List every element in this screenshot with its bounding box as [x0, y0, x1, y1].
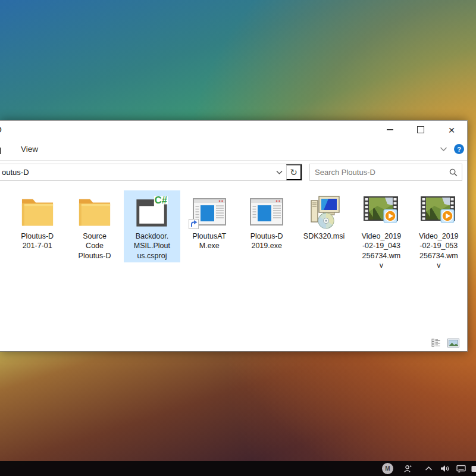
user-avatar[interactable]: M [382, 463, 393, 474]
address-dropdown-chevron-down-icon[interactable] [272, 164, 286, 180]
csharp-project-icon: C# [133, 194, 170, 228]
file-label: SDK320.msi [303, 231, 345, 241]
ribbon-collapse-chevron-down-icon[interactable] [440, 146, 447, 152]
folder-icon [76, 195, 113, 228]
minimize-button[interactable] [374, 121, 405, 139]
folder-icon [19, 195, 56, 228]
file-tile[interactable]: C# [181, 190, 237, 253]
file-tile[interactable]: C# [124, 190, 180, 262]
clipped-tray-icon[interactable] [471, 465, 476, 472]
file-label: Backdoor. MSIL.Plout us.csproj [134, 231, 170, 261]
address-input[interactable] [0, 168, 272, 177]
magnifier-icon[interactable] [445, 168, 462, 177]
search-input[interactable] [310, 167, 445, 177]
thumbnails-view-icon [447, 339, 459, 347]
status-bar [0, 334, 467, 351]
taskbar[interactable]: M [0, 461, 476, 476]
refresh-button[interactable]: ↻ [286, 164, 302, 180]
explorer-window: D × View ? ↻ [0, 120, 468, 352]
file-label: Video_2019 -02-19_043 256734.wm v [362, 231, 402, 270]
file-tile[interactable]: C# [239, 190, 295, 253]
file-label: PloutusAT M.exe [192, 231, 226, 251]
help-icon[interactable]: ? [454, 144, 464, 154]
file-tile[interactable]: C# [353, 190, 409, 272]
file-label: Source Code Ploutus-D [79, 231, 111, 261]
close-icon: × [448, 124, 455, 136]
address-bar[interactable]: ↻ [0, 164, 302, 181]
file-grid: C# [0, 184, 467, 272]
titlebar[interactable]: D × [0, 121, 467, 140]
ribbon-tabs-bar: View ? [0, 140, 467, 161]
file-tile[interactable]: C# [411, 190, 467, 272]
window-controls: × [374, 121, 467, 139]
application-icon [248, 195, 286, 228]
file-tile[interactable]: C# [296, 190, 352, 243]
minimize-icon [387, 129, 393, 130]
video-icon [419, 195, 458, 228]
file-list-area[interactable]: C# [0, 184, 467, 334]
installer-icon [306, 193, 342, 229]
volume-icon[interactable] [440, 465, 450, 472]
window-title-partial: D [0, 124, 3, 135]
file-label: Video_2019 -02-19_053 256734.wm v [419, 231, 459, 270]
ribbon-right-controls: ? [440, 144, 464, 154]
file-label: Ploutus-D 201-7-01 [21, 231, 54, 251]
svg-text:C#: C# [155, 195, 167, 205]
touch-keyboard-icon[interactable] [456, 465, 466, 472]
close-button[interactable]: × [436, 121, 467, 139]
hidden-icons-chevron-up-icon[interactable] [425, 466, 433, 471]
tab-view[interactable]: View [21, 145, 38, 154]
navigation-toolbar: ↻ [0, 161, 467, 184]
file-tile[interactable]: C# [66, 190, 123, 262]
people-icon[interactable] [403, 464, 412, 473]
details-view-icon [431, 339, 441, 347]
refresh-icon: ↻ [290, 167, 298, 178]
system-tray: M [382, 461, 476, 476]
clipped-ribbon-tab [0, 148, 1, 154]
thumbnails-view-button[interactable] [447, 337, 460, 349]
details-view-button[interactable] [430, 337, 443, 349]
video-icon [362, 195, 400, 228]
maximize-icon [417, 126, 424, 133]
file-label: Ploutus-D 2019.exe [250, 231, 283, 251]
search-box[interactable] [309, 164, 462, 181]
shortcut-arrow-icon [189, 219, 199, 229]
maximize-button[interactable] [405, 121, 436, 139]
file-tile[interactable]: C# [9, 190, 65, 253]
